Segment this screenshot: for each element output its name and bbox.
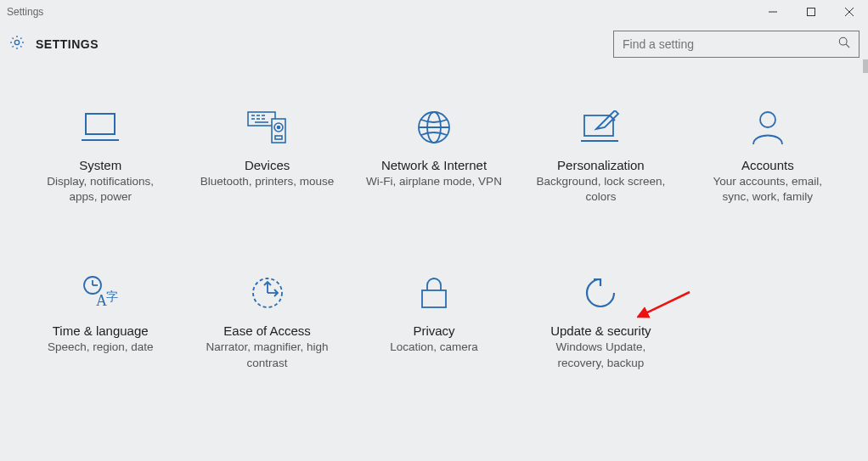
- tile-subtitle: Narrator, magnifier, high contrast: [200, 340, 335, 370]
- svg-rect-7: [86, 114, 115, 134]
- tile-title: Update & security: [550, 323, 651, 338]
- globe-icon: [416, 107, 452, 148]
- tile-title: Devices: [245, 158, 290, 172]
- svg-point-19: [277, 126, 279, 129]
- tile-privacy[interactable]: Privacy Location, camera: [351, 273, 517, 370]
- tile-title: Network & Internet: [381, 158, 487, 172]
- ease-of-access-icon: [250, 273, 285, 313]
- tile-subtitle: Display, notifications, apps, power: [32, 174, 168, 205]
- tile-title: Personalization: [557, 158, 645, 172]
- settings-grid: System Display, notifications, apps, pow…: [17, 107, 851, 371]
- svg-point-27: [760, 112, 775, 127]
- tile-time-language[interactable]: A 字 Time & language Speech, region, date: [17, 273, 183, 370]
- header: SETTINGS: [0, 24, 868, 65]
- tile-subtitle: Background, lock screen, colors: [533, 174, 668, 205]
- tile-devices[interactable]: Devices Bluetooth, printers, mouse: [183, 107, 350, 205]
- tile-personalization[interactable]: Personalization Background, lock screen,…: [517, 107, 684, 205]
- svg-point-5: [839, 37, 847, 45]
- tile-subtitle: Bluetooth, printers, mouse: [200, 174, 335, 189]
- update-icon: [582, 273, 619, 313]
- tile-network[interactable]: Network & Internet Wi-Fi, airplane mode,…: [351, 107, 517, 205]
- window-title: Settings: [7, 6, 43, 18]
- devices-icon: [246, 107, 289, 148]
- tile-title: Time & language: [53, 323, 149, 338]
- search-box[interactable]: [613, 31, 860, 58]
- tile-subtitle: Your accounts, email, sync, work, family: [700, 174, 836, 205]
- search-input[interactable]: [623, 37, 838, 51]
- tile-title: Privacy: [413, 323, 454, 338]
- window-controls: [753, 0, 868, 24]
- svg-rect-1: [807, 8, 814, 16]
- tile-subtitle: Speech, region, date: [48, 340, 154, 355]
- lock-icon: [419, 273, 449, 313]
- tile-update-security[interactable]: Update & security Windows Update, recove…: [517, 273, 684, 370]
- time-language-icon: A 字: [81, 273, 120, 313]
- tile-title: Accounts: [741, 158, 794, 172]
- maximize-button[interactable]: [792, 0, 830, 24]
- accounts-icon: [750, 107, 786, 148]
- search-icon: [838, 37, 850, 52]
- tile-subtitle: Windows Update, recovery, backup: [533, 340, 668, 370]
- tile-title: Ease of Access: [223, 323, 311, 338]
- tile-accounts[interactable]: Accounts Your accounts, email, sync, wor…: [685, 107, 851, 205]
- gear-icon: [8, 34, 25, 54]
- tile-subtitle: Wi-Fi, airplane mode, VPN: [366, 174, 502, 189]
- svg-point-4: [14, 40, 19, 44]
- tile-system[interactable]: System Display, notifications, apps, pow…: [17, 107, 183, 205]
- personalization-icon: [581, 107, 620, 148]
- tile-ease-of-access[interactable]: Ease of Access Narrator, magnifier, high…: [183, 273, 350, 370]
- tile-subtitle: Location, camera: [390, 340, 478, 355]
- svg-line-6: [846, 44, 849, 48]
- close-button[interactable]: [830, 0, 868, 24]
- main: System Display, notifications, apps, pow…: [0, 65, 868, 388]
- titlebar: Settings: [0, 0, 868, 24]
- tile-title: System: [79, 158, 121, 172]
- system-icon: [82, 107, 119, 148]
- scrollbar-thumb[interactable]: [863, 59, 868, 73]
- minimize-button[interactable]: [753, 0, 792, 24]
- page-title: SETTINGS: [36, 37, 99, 51]
- svg-text:字: 字: [106, 290, 118, 303]
- svg-rect-36: [422, 290, 446, 307]
